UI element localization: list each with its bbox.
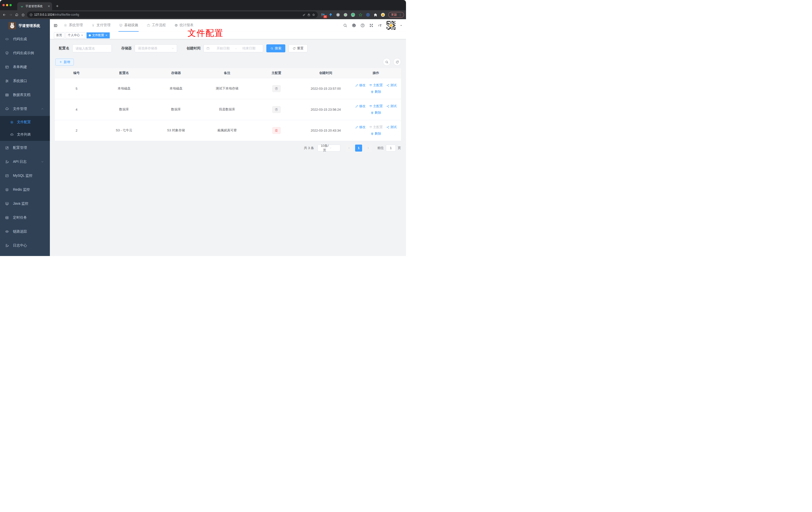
toggle-search-button[interactable]	[383, 58, 390, 66]
nav-item-基础设施[interactable]: 基础设施	[118, 19, 139, 32]
action-主配置[interactable]: 主配置	[369, 125, 383, 129]
monitor-icon	[5, 202, 9, 206]
layers-icon	[5, 188, 9, 192]
sidebar-logo[interactable]: 芋道管理系统	[0, 19, 50, 32]
sidebar-item-配置管理[interactable]: 配置管理	[0, 141, 50, 155]
nav-item-统计报表[interactable]: 统计报表	[174, 19, 194, 32]
back-button[interactable]	[2, 12, 7, 17]
action-删除[interactable]: 删除	[371, 111, 381, 115]
browser-menu-icon[interactable]: ⋮	[399, 13, 402, 17]
main-area: 系统管理支付管理基础设施工作流程统计报表 TT 首页个人中心✕文件配置✕ 文件配…	[50, 19, 406, 256]
sidebar-item-定时任务[interactable]: 定时任务	[0, 211, 50, 224]
squares-diamond-extension[interactable]: 11	[321, 12, 325, 17]
close-tab-icon[interactable]: ✕	[81, 34, 83, 37]
github-button[interactable]	[352, 23, 356, 28]
blue-gem-extension[interactable]	[328, 12, 333, 17]
page-number-current[interactable]: 1	[355, 145, 362, 152]
nav-item-工作流程[interactable]: 工作流程	[146, 19, 166, 32]
date-range-picker[interactable]: 开始日期 - 结束日期	[203, 44, 263, 52]
reset-button[interactable]: 重置	[289, 44, 308, 52]
storage-select[interactable]: 请选择存储器	[135, 44, 177, 52]
sidebar-subitem-文件列表[interactable]: 文件列表	[0, 128, 50, 141]
action-主配置[interactable]: 主配置	[369, 83, 383, 88]
browser-window: 芋道管理系统 ✕ ＋ 127.0.0.1:1024/infra/file/fil…	[0, 0, 406, 256]
action-测试[interactable]: 测试	[386, 125, 397, 129]
qr-avatar[interactable]	[386, 21, 396, 30]
sidebar-item-文件管理[interactable]: 文件管理	[0, 102, 50, 116]
question-button[interactable]	[360, 23, 365, 28]
page-size-select[interactable]: 10条/页	[317, 145, 340, 152]
page-tab-文件配置[interactable]: 文件配置✕	[87, 32, 110, 38]
action-主配置[interactable]: 主配置	[369, 104, 383, 109]
master-config-cell: 否	[252, 99, 300, 120]
password-key-icon[interactable]	[302, 13, 306, 17]
browser-update-button[interactable]: 更新 ⋮	[388, 12, 404, 18]
home-button[interactable]	[21, 12, 25, 17]
url-bar[interactable]: 127.0.0.1:1024/infra/file/file-config	[27, 11, 318, 18]
action-删除[interactable]: 删除	[371, 89, 381, 94]
close-tab-icon[interactable]: ✕	[105, 34, 107, 37]
magnet-icon	[369, 84, 372, 87]
sidebar-item-日志中心[interactable]: 日志中心	[0, 239, 50, 252]
goto-page-input[interactable]	[386, 145, 396, 152]
action-删除[interactable]: 删除	[371, 131, 381, 136]
extensions-row: 11⌘y	[319, 12, 387, 17]
nav-item-系统管理[interactable]: 系统管理	[63, 19, 83, 32]
sidebar-item-Redis 监控[interactable]: Redis 监控	[0, 183, 50, 197]
page-tab-个人中心[interactable]: 个人中心✕	[66, 32, 85, 38]
browser-toolbar: 127.0.0.1:1024/infra/file/file-config 11…	[0, 10, 406, 19]
action-修改[interactable]: 修改	[355, 125, 366, 129]
action-修改[interactable]: 修改	[355, 104, 366, 109]
sidebar-item-Java 监控[interactable]: Java 监控	[0, 197, 50, 211]
rabbit-logo-icon	[8, 22, 16, 29]
browser-tabstrip: 芋道管理系统 ✕ ＋	[0, 0, 406, 10]
config-name-input[interactable]	[72, 44, 112, 52]
sidebar-item-系统接口[interactable]: 系统接口	[0, 74, 50, 88]
bookmark-star-icon[interactable]	[312, 13, 315, 17]
sidebar-item-代码生成示例[interactable]: 代码生成示例	[0, 46, 50, 60]
reload-button[interactable]	[14, 12, 19, 17]
search-button[interactable]	[343, 23, 347, 28]
sidebar-item-代码生成[interactable]: 代码生成	[0, 32, 50, 46]
search-button[interactable]: 搜索	[266, 44, 285, 52]
page-tab-首页[interactable]: 首页	[54, 32, 64, 38]
action-修改[interactable]: 修改	[355, 83, 366, 88]
maximize-window-button[interactable]	[9, 4, 12, 6]
gray-record-extension[interactable]	[343, 12, 348, 17]
command-circle-extension[interactable]: ⌘	[336, 12, 340, 17]
prev-page-button[interactable]	[346, 145, 353, 152]
close-window-button[interactable]	[2, 4, 5, 6]
sidebar-item-链路追踪[interactable]: 链路追踪	[0, 224, 50, 239]
browser-tab[interactable]: 芋道管理系统 ✕	[17, 2, 52, 10]
sidebar-item-MySQL 监控[interactable]: MySQL 监控	[0, 169, 50, 183]
actions-cell: 修改主配置测试删除	[351, 78, 401, 99]
gear-icon	[10, 120, 14, 124]
update-label: 更新	[391, 13, 397, 17]
collapse-sidebar-icon[interactable]	[53, 24, 58, 28]
refresh-table-button[interactable]	[393, 58, 401, 66]
new-tab-button[interactable]: ＋	[55, 3, 59, 9]
font-size-button[interactable]: TT	[378, 23, 382, 28]
sidebar-item-API 日志[interactable]: API 日志	[0, 155, 50, 169]
nav-item-支付管理[interactable]: 支付管理	[91, 19, 111, 32]
add-button[interactable]: 新增	[55, 59, 74, 65]
fullscreen-button[interactable]	[369, 23, 374, 28]
sidebar-item-数据库文档[interactable]: 数据库文档	[0, 88, 50, 102]
tab-close-icon[interactable]: ✕	[48, 4, 50, 8]
green-star-extension[interactable]	[358, 12, 363, 17]
forward-button[interactable]	[8, 12, 13, 17]
action-测试[interactable]: 测试	[386, 104, 397, 109]
site-info-icon[interactable]	[29, 13, 33, 17]
user-dropdown-caret-icon[interactable]	[400, 24, 403, 27]
share-icon[interactable]	[307, 13, 311, 17]
yen-icon	[91, 24, 95, 27]
minimize-window-button[interactable]	[6, 4, 8, 6]
next-page-button[interactable]	[365, 145, 372, 152]
puzzle-piece-extension[interactable]	[373, 12, 378, 17]
sidebar-item-表单构建[interactable]: 表单构建	[0, 60, 50, 74]
green-y-extension[interactable]: y	[351, 12, 355, 17]
blue-eye-extension[interactable]	[366, 12, 370, 17]
emoji-face-extension[interactable]	[381, 12, 385, 17]
action-测试[interactable]: 测试	[386, 83, 397, 88]
sidebar-subitem-文件配置[interactable]: 文件配置	[0, 116, 50, 128]
